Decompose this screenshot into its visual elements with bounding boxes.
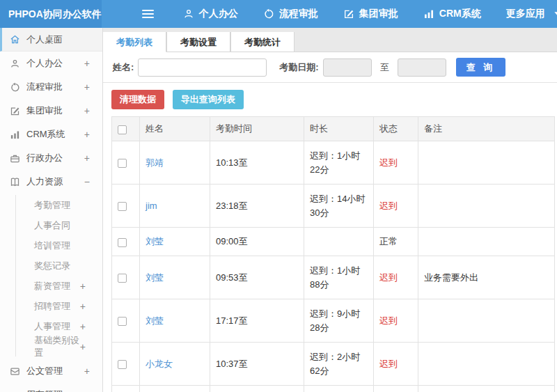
table-row: jim 23:18至 迟到：14小时30分 迟到 bbox=[112, 185, 555, 228]
table-header-row: 姓名 考勤时间 时长 状态 备注 bbox=[112, 117, 555, 141]
sidebar-item-label: CRM系统 bbox=[26, 128, 78, 141]
attendance-table-wrap: 姓名 考勤时间 时长 状态 备注 郭靖 10:13至 迟到：1小时22分 迟到 … bbox=[103, 116, 557, 392]
sidebar-item[interactable]: 人力资源 − bbox=[0, 170, 102, 194]
sidebar-item[interactable]: 流程审批 + bbox=[0, 75, 102, 99]
sidebar-item[interactable]: 个人办公 + bbox=[0, 52, 102, 75]
time-cell: 23:18至 bbox=[210, 185, 304, 228]
duration-cell: 迟到：14小时30分 bbox=[304, 185, 374, 228]
expand-toggle-icon[interactable]: + bbox=[84, 81, 90, 93]
sidebar-item[interactable]: CRM系统 + bbox=[0, 123, 102, 146]
time-cell: 09:53至 bbox=[210, 256, 304, 299]
menu-icon[interactable] bbox=[142, 8, 154, 20]
row-checkbox[interactable] bbox=[118, 274, 127, 283]
expand-toggle-icon[interactable]: + bbox=[80, 321, 86, 332]
sidebar-item[interactable]: 公文管理 + bbox=[0, 359, 102, 383]
sidebar-item-label: 行政办公 bbox=[26, 152, 78, 164]
sidebar-item[interactable]: 集团审批 + bbox=[0, 99, 102, 123]
checkbox-cell bbox=[112, 141, 140, 185]
date-label: 考勤日期: bbox=[279, 61, 318, 74]
status-badge: 迟到 bbox=[374, 185, 418, 228]
nav-item[interactable]: CRM系统 bbox=[423, 8, 481, 20]
name-input[interactable] bbox=[138, 58, 267, 77]
time-cell: 10:37至 bbox=[210, 343, 304, 386]
name-link[interactable]: 郭靖 bbox=[140, 141, 210, 185]
sidebar-item-icon bbox=[10, 153, 20, 164]
row-checkbox[interactable] bbox=[118, 202, 127, 211]
expand-toggle-icon[interactable]: + bbox=[84, 105, 90, 116]
name-link[interactable]: 刘莹 bbox=[140, 299, 210, 343]
sidebar-subitem-label: 人事管理 bbox=[34, 320, 80, 333]
row-checkbox[interactable] bbox=[118, 317, 127, 326]
note-cell bbox=[418, 141, 555, 185]
sidebar-item[interactable]: 个人桌面 bbox=[0, 28, 102, 52]
header-nav: 个人办公 流程审批 集团审批 CRM系统 更多应用 bbox=[183, 8, 557, 20]
status-badge: 迟到 bbox=[374, 343, 418, 386]
duration-cell: 迟到：1小时88分 bbox=[304, 256, 374, 299]
sidebar-subitem[interactable]: 薪资管理 + bbox=[16, 276, 102, 296]
nav-item[interactable]: 集团审批 bbox=[343, 8, 398, 20]
nav-item[interactable]: 个人办公 bbox=[183, 8, 238, 20]
sidebar-item-icon bbox=[10, 177, 20, 187]
checkbox-cell bbox=[112, 386, 140, 392]
sidebar-item[interactable]: 用车管理 + bbox=[0, 383, 102, 392]
query-button[interactable]: 查 询 bbox=[456, 58, 506, 77]
sidebar-menu: 个人桌面 个人办公 + 流程审批 + 集团审批 + CRM系统 + 行政办公 +… bbox=[0, 28, 102, 392]
expand-toggle-icon[interactable]: + bbox=[84, 129, 90, 140]
name-link[interactable]: 刘莹 bbox=[140, 256, 210, 299]
sidebar-submenu: 考勤管理 人事合同 培训管理 奖惩记录 薪资管理 + 招聘管理 + 人事管理 +… bbox=[15, 195, 102, 356]
tab[interactable]: 考勤列表 bbox=[103, 32, 166, 52]
nav-item-label: 集团审批 bbox=[359, 8, 398, 20]
note-cell: 业务需要外出 bbox=[418, 256, 555, 299]
sidebar-subitem[interactable]: 考勤管理 bbox=[16, 195, 102, 215]
main-content: 考勤列表考勤设置考勤统计 姓名: 考勤日期: 至 查 询 清理数据 导出查询列表 bbox=[103, 28, 557, 392]
name-link[interactable]: 管理员 bbox=[140, 386, 210, 392]
note-cell bbox=[418, 299, 555, 343]
tab-bar: 考勤列表考勤设置考勤统计 bbox=[103, 28, 557, 52]
export-list-button[interactable]: 导出查询列表 bbox=[173, 90, 244, 109]
date-from-input[interactable] bbox=[323, 58, 372, 77]
sidebar-subitem[interactable]: 奖惩记录 bbox=[16, 256, 102, 276]
name-link[interactable]: 小龙女 bbox=[140, 343, 210, 386]
name-label: 姓名: bbox=[113, 61, 134, 74]
expand-toggle-icon[interactable]: + bbox=[84, 366, 90, 377]
sidebar-subitem-label: 招聘管理 bbox=[34, 300, 80, 313]
sidebar-item-icon bbox=[10, 130, 20, 140]
nav-item[interactable]: 更多应用 bbox=[506, 8, 557, 20]
tab[interactable]: 考勤统计 bbox=[230, 32, 295, 52]
sidebar-item-label: 个人桌面 bbox=[26, 33, 90, 46]
expand-toggle-icon[interactable]: + bbox=[84, 389, 90, 392]
sidebar-item[interactable]: 行政办公 + bbox=[0, 146, 102, 170]
row-checkbox[interactable] bbox=[118, 360, 127, 369]
sidebar-subitem[interactable]: 基础类别设置 + bbox=[16, 336, 102, 356]
app-logo: PHPOA协同办公软件 bbox=[0, 0, 102, 28]
sidebar-subitem[interactable]: 招聘管理 + bbox=[16, 296, 102, 316]
row-checkbox[interactable] bbox=[118, 238, 127, 247]
expand-toggle-icon[interactable]: + bbox=[84, 58, 90, 69]
sidebar-subitem[interactable]: 培训管理 bbox=[16, 235, 102, 256]
sidebar-item-icon bbox=[10, 58, 20, 69]
name-link[interactable]: jim bbox=[140, 185, 210, 228]
row-checkbox[interactable] bbox=[118, 159, 127, 168]
tab[interactable]: 考勤设置 bbox=[166, 32, 230, 52]
expand-toggle-icon[interactable]: + bbox=[80, 281, 86, 292]
status-badge: 迟到 bbox=[374, 256, 418, 299]
table-body: 郭靖 10:13至 迟到：1小时22分 迟到 jim 23:18至 迟到：14小… bbox=[112, 141, 555, 392]
nav-icon bbox=[423, 8, 434, 19]
expand-toggle-icon[interactable]: − bbox=[84, 176, 90, 187]
clear-data-button[interactable]: 清理数据 bbox=[111, 90, 164, 109]
date-to-input[interactable] bbox=[398, 58, 446, 77]
name-link[interactable]: 刘莹 bbox=[140, 228, 210, 256]
note-cell: 1111 bbox=[418, 386, 555, 392]
sidebar-subitem[interactable]: 人事合同 bbox=[16, 215, 102, 235]
expand-toggle-icon[interactable]: + bbox=[84, 152, 90, 164]
select-all-checkbox[interactable] bbox=[118, 125, 127, 134]
time-cell: 17:17至 bbox=[210, 299, 304, 343]
expand-toggle-icon[interactable]: + bbox=[80, 341, 86, 352]
attendance-table: 姓名 考勤时间 时长 状态 备注 郭靖 10:13至 迟到：1小时22分 迟到 … bbox=[111, 116, 555, 392]
nav-item[interactable]: 流程审批 bbox=[263, 8, 318, 20]
search-form: 姓名: 考勤日期: 至 查 询 bbox=[103, 52, 557, 83]
toolbar: 清理数据 导出查询列表 bbox=[103, 83, 557, 116]
nav-item-label: 流程审批 bbox=[279, 8, 318, 20]
expand-toggle-icon[interactable]: + bbox=[80, 301, 86, 312]
sidebar-subitem-label: 基础类别设置 bbox=[34, 334, 80, 359]
